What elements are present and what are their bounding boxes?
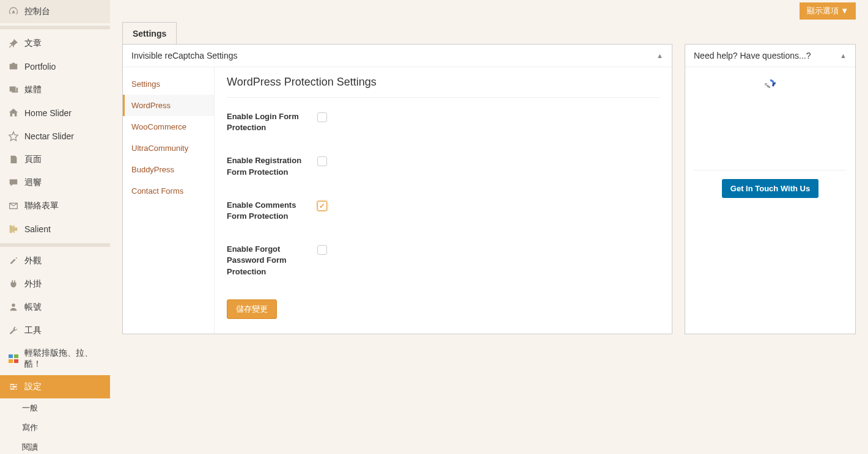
menu-settings[interactable]: 設定 (0, 375, 110, 398)
setting-label: Enable Registration Form Protection (227, 155, 305, 177)
menu-label: 控制台 (24, 6, 50, 17)
menu-label: 迴響 (24, 177, 42, 188)
menu-label: Salient (24, 224, 51, 234)
menu-label: Home Slider (24, 108, 72, 118)
checkbox-registration[interactable] (317, 156, 327, 166)
show-options-button[interactable]: 顯示選項 ▼ (800, 2, 856, 20)
subnav-wordpress[interactable]: WordPress (123, 95, 214, 116)
setting-control (305, 244, 327, 257)
submenu-writing[interactable]: 寫作 (0, 418, 110, 438)
menu-label: 帳號 (24, 302, 42, 313)
menu-portfolio[interactable]: Portfolio (0, 55, 110, 78)
settings-icon (7, 381, 20, 393)
menu-users[interactable]: 帳號 (0, 296, 110, 319)
svg-rect-0 (9, 354, 13, 358)
menu-salient[interactable]: Salient (0, 218, 110, 241)
subnav-settings[interactable]: Settings (123, 73, 214, 95)
setting-row-login: Enable Login Form Protection (227, 111, 660, 133)
checkbox-comments[interactable] (317, 201, 327, 211)
menu-posts[interactable]: 文章 (0, 32, 110, 55)
menu-contact-form[interactable]: 聯絡表單 (0, 194, 110, 218)
panel-header: Invisible reCaptcha Settings ▲ (123, 45, 672, 67)
menu-label: 工具 (24, 325, 42, 336)
menu-tools[interactable]: 工具 (0, 319, 110, 342)
submenu-reading[interactable]: 閱讀 (0, 438, 110, 454)
help-panel: Need help? Have questions...? ▲ Get In T… (685, 44, 856, 334)
home-icon (7, 107, 20, 119)
panel-title: Invisible reCaptcha Settings (131, 51, 238, 60)
form-icon (7, 200, 20, 212)
menu-label: 設定 (24, 381, 42, 392)
menu-builder[interactable]: 輕鬆排版拖、拉、酷！ (0, 342, 110, 375)
content-heading: WordPress Protection Settings (227, 76, 660, 98)
sub-nav: Settings WordPress WooCommerce UltraComm… (123, 67, 215, 334)
main-content: 顯示選項 ▼ Settings Invisible reCaptcha Sett… (110, 0, 868, 454)
menu-label: 外掛 (24, 279, 42, 290)
contact-button[interactable]: Get In Touch With Us (722, 179, 818, 198)
recaptcha-logo-icon (730, 78, 810, 158)
setting-label: Enable Comments Form Protection (227, 200, 305, 222)
menu-appearance[interactable]: 外觀 (0, 249, 110, 273)
menu-label: 輕鬆排版拖、拉、酷！ (24, 348, 103, 370)
menu-separator (0, 26, 110, 29)
menu-dashboard[interactable]: 控制台 (0, 0, 110, 23)
users-icon (7, 301, 20, 313)
tab-settings[interactable]: Settings (122, 22, 177, 45)
subnav-buddypress[interactable]: BuddyPress (123, 159, 214, 180)
content-row: Invisible reCaptcha Settings ▲ Settings … (122, 44, 856, 334)
menu-label: 聯絡表單 (24, 200, 59, 211)
save-button[interactable]: 儲存變更 (227, 299, 277, 319)
tab-container: Settings (122, 22, 856, 45)
menu-nectar-slider[interactable]: Nectar Slider (0, 125, 110, 148)
menu-label: 頁面 (24, 154, 42, 165)
subnav-woocommerce[interactable]: WooCommerce (123, 116, 214, 137)
menu-home-slider[interactable]: Home Slider (0, 101, 110, 125)
help-panel-header: Need help? Have questions...? ▲ (685, 45, 855, 67)
svg-rect-2 (9, 359, 13, 363)
settings-panel: Invisible reCaptcha Settings ▲ Settings … (122, 44, 672, 334)
checkbox-login[interactable] (317, 112, 327, 122)
help-body: Get In Touch With Us (685, 67, 855, 209)
setting-row-registration: Enable Registration Form Protection (227, 155, 660, 177)
plugins-icon (7, 278, 20, 290)
panel-toggle-icon[interactable]: ▲ (657, 52, 663, 59)
portfolio-icon (7, 60, 20, 73)
divider (694, 170, 847, 170)
salient-icon (7, 223, 20, 235)
subnav-contact-forms[interactable]: Contact Forms (123, 180, 214, 202)
subnav-ultracommunity[interactable]: UltraCommunity (123, 137, 214, 159)
media-icon (7, 84, 20, 96)
menu-label: Portfolio (24, 62, 56, 71)
setting-label: Enable Forgot Password Form Protection (227, 244, 305, 277)
setting-control (305, 111, 327, 124)
checkbox-forgot-password[interactable] (317, 245, 327, 255)
builder-icon (7, 353, 20, 365)
panel-body: Settings WordPress WooCommerce UltraComm… (123, 67, 672, 334)
menu-plugins[interactable]: 外掛 (0, 273, 110, 296)
menu-pages[interactable]: 頁面 (0, 148, 110, 171)
setting-row-forgot-password: Enable Forgot Password Form Protection (227, 244, 660, 277)
menu-media[interactable]: 媒體 (0, 78, 110, 101)
setting-control (305, 155, 327, 168)
help-panel-toggle-icon[interactable]: ▲ (840, 52, 847, 59)
setting-row-comments: Enable Comments Form Protection (227, 200, 660, 222)
pages-icon (7, 153, 20, 166)
menu-comments[interactable]: 迴響 (0, 171, 110, 194)
menu-label: 媒體 (24, 84, 42, 95)
menu-label: 文章 (24, 38, 42, 49)
menu-label: Nectar Slider (24, 131, 74, 141)
svg-rect-1 (14, 354, 18, 358)
star-icon (7, 130, 20, 142)
setting-label: Enable Login Form Protection (227, 111, 305, 133)
help-panel-title: Need help? Have questions...? (694, 51, 811, 60)
dashboard-icon (7, 5, 20, 18)
svg-rect-3 (14, 359, 18, 363)
top-bar: 顯示選項 ▼ (122, 0, 856, 22)
submenu-general[interactable]: 一般 (0, 398, 110, 418)
menu-label: 外觀 (24, 255, 42, 266)
tools-icon (7, 324, 20, 337)
pin-icon (7, 37, 20, 49)
menu-separator (0, 243, 110, 247)
appearance-icon (7, 255, 20, 267)
admin-sidebar: 控制台 文章 Portfolio 媒體 Home Slider Nectar S… (0, 0, 110, 454)
